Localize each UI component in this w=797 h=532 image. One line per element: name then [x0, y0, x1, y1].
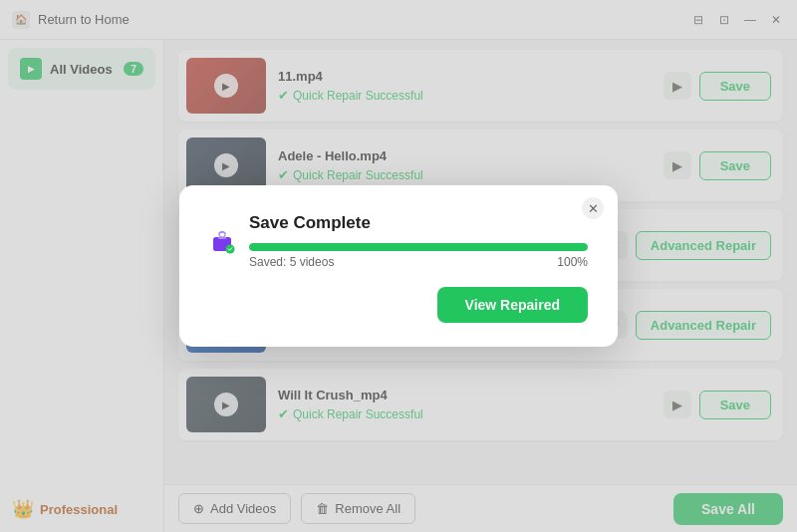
progress-bar-fill: [249, 243, 588, 251]
modal-overlay: ✕ Save Complete Saved: 5 videos: [0, 0, 797, 532]
modal-close-button[interactable]: ✕: [582, 197, 604, 219]
svg-rect-2: [219, 232, 225, 237]
view-repaired-button[interactable]: View Repaired: [437, 287, 588, 323]
progress-bar-container: [249, 243, 588, 251]
save-complete-icon: [209, 215, 235, 267]
progress-percent: 100%: [557, 255, 588, 269]
modal-title: Save Complete: [249, 213, 588, 233]
progress-row: Saved: 5 videos 100%: [249, 255, 588, 269]
save-complete-modal: ✕ Save Complete Saved: 5 videos: [179, 185, 618, 347]
modal-footer: View Repaired: [209, 287, 588, 323]
modal-header: Save Complete Saved: 5 videos 100%: [209, 213, 588, 269]
progress-label: Saved: 5 videos: [249, 255, 334, 269]
